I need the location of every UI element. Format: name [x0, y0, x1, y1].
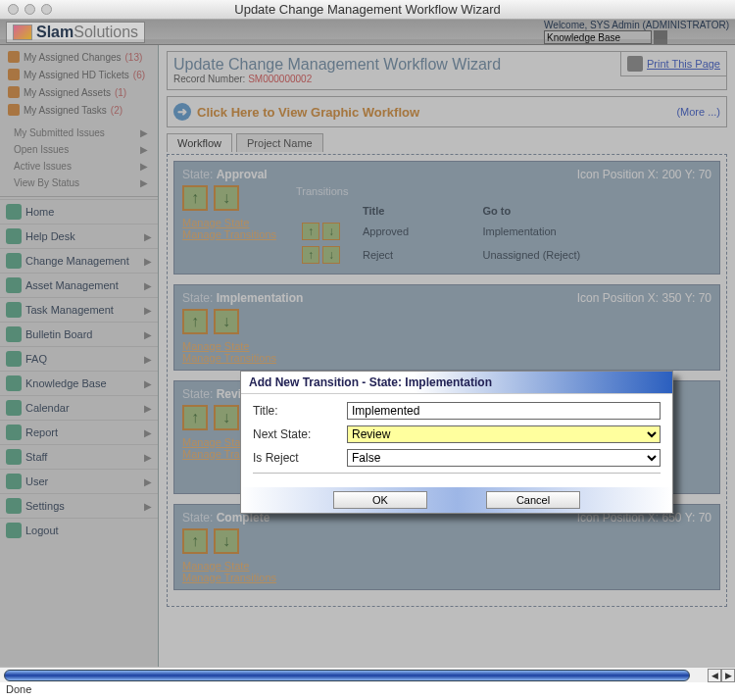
transition-goto: Unassigned (Reject)	[479, 244, 710, 266]
state-block: State: ApprovalIcon Position X: 200 Y: 7…	[173, 161, 720, 275]
folder-icon	[8, 51, 20, 63]
sidebar-item-label: Task Management	[25, 304, 114, 316]
state-down-button[interactable]: ↓	[214, 405, 239, 430]
sidebar-nav-item[interactable]: User▶	[0, 469, 158, 493]
sidebar-item-label: My Assigned Changes	[24, 52, 122, 63]
state-block: State: CompleteIcon Position X: 650 Y: 7…	[173, 504, 720, 590]
title-input[interactable]	[347, 402, 661, 420]
sidebar-nav-item[interactable]: FAQ▶	[0, 346, 158, 371]
state-down-button[interactable]: ↓	[214, 528, 239, 554]
nav-icon	[6, 375, 22, 391]
sidebar-assigned-item[interactable]: My Assigned Assets(1)	[4, 83, 154, 101]
sidebar-nav-item[interactable]: Change Management▶	[0, 248, 158, 273]
next-state-select[interactable]: Review	[347, 425, 661, 443]
sidebar-nav-item[interactable]: Logout	[0, 518, 158, 542]
nav-icon	[6, 204, 22, 220]
chevron-right-icon: ▶	[140, 127, 148, 138]
sidebar-nav-item[interactable]: Settings▶	[0, 493, 158, 518]
folder-icon	[8, 86, 20, 98]
manage-state-link[interactable]: Manage State	[182, 340, 276, 352]
sidebar-nav-item[interactable]: Staff▶	[0, 444, 158, 469]
sidebar-nav-item[interactable]: Bulletin Board▶	[0, 322, 158, 346]
nav-icon	[6, 302, 22, 318]
state-up-button[interactable]: ↑	[182, 185, 208, 211]
graphic-workflow-row: ➜ Click Here to View Graphic Workflow (M…	[167, 96, 727, 127]
sidebar-item-count: (13)	[125, 52, 143, 63]
scroll-left-button[interactable]: ◀	[708, 669, 721, 682]
more-link[interactable]: (More ...)	[676, 106, 720, 118]
chevron-right-icon: ▶	[140, 161, 148, 172]
sidebar-nav-item[interactable]: Report▶	[0, 420, 158, 444]
icon-position: Icon Position X: 350 Y: 70	[577, 291, 711, 305]
nav-icon	[6, 425, 22, 440]
manage-state-link[interactable]: Manage State	[182, 560, 276, 572]
status-bar: Done	[0, 682, 735, 698]
tab-workflow[interactable]: Workflow	[167, 133, 232, 152]
cancel-button[interactable]: Cancel	[486, 491, 580, 509]
sidebar-quick-link[interactable]: Active Issues▶	[4, 158, 154, 175]
brand-name: SlamSolutions	[36, 24, 138, 41]
move-up-icon[interactable]: ↑	[302, 246, 319, 264]
sidebar-item-count: (2)	[111, 105, 122, 116]
state-down-button[interactable]: ↓	[214, 309, 239, 334]
sidebar-nav-item[interactable]: Task Management▶	[0, 297, 158, 322]
transition-goto: Implementation	[479, 221, 710, 242]
brand-bar: SlamSolutions Welcome, SYS Admin (ADMINI…	[0, 20, 735, 45]
is-reject-select[interactable]: False	[347, 449, 661, 467]
state-up-button[interactable]: ↑	[182, 309, 208, 334]
manage-transitions-link[interactable]: Manage Transitions	[182, 572, 276, 583]
nav-icon	[6, 400, 22, 416]
chevron-right-icon: ▶	[144, 329, 152, 340]
sidebar-item-label: Staff	[25, 451, 47, 463]
sidebar-quick-link[interactable]: View By Status▶	[4, 175, 154, 191]
sidebar-item-label: Report	[25, 426, 58, 438]
sidebar-assigned-item[interactable]: My Assigned HD Tickets(6)	[4, 66, 154, 83]
chevron-right-icon: ▶	[144, 354, 152, 365]
state-up-button[interactable]: ↑	[182, 405, 208, 430]
search-icon[interactable]	[654, 30, 667, 44]
nav-icon	[6, 253, 22, 269]
sidebar-nav-item[interactable]: Help Desk▶	[0, 224, 158, 248]
sidebar-item-label: Logout	[25, 525, 59, 536]
dialog-title: Add New Transition - State: Implementati…	[241, 372, 672, 394]
sidebar-nav-item[interactable]: Home	[0, 199, 158, 224]
tabs: Workflow Project Name	[167, 133, 727, 152]
sidebar-item-label: Active Issues	[14, 161, 72, 172]
sidebar-item-label: My Assigned HD Tickets	[24, 70, 129, 80]
state-up-button[interactable]: ↑	[182, 528, 208, 554]
sidebar-quick-link[interactable]: Open Issues▶	[4, 141, 154, 158]
sidebar-item-label: View By Status	[14, 177, 79, 188]
chevron-right-icon: ▶	[144, 427, 152, 438]
sidebar-assigned-item[interactable]: My Assigned Tasks(2)	[4, 101, 154, 119]
sidebar-nav-item[interactable]: Asset Management▶	[0, 273, 158, 297]
ok-button[interactable]: OK	[333, 491, 427, 509]
logo-icon	[13, 25, 32, 40]
sidebar-item-label: Knowledge Base	[25, 377, 107, 389]
view-graphic-workflow-link[interactable]: Click Here to View Graphic Workflow	[197, 105, 419, 120]
sidebar-nav-item[interactable]: Calendar▶	[0, 395, 158, 420]
state-down-button[interactable]: ↓	[214, 185, 239, 211]
state-name: Implementation	[217, 291, 304, 305]
sidebar-quick-link[interactable]: My Submitted Issues▶	[4, 125, 154, 141]
sidebar-item-label: My Assigned Assets	[24, 87, 111, 98]
manage-transitions-link[interactable]: Manage Transitions	[182, 352, 276, 364]
kb-search-input[interactable]	[544, 30, 652, 44]
move-down-icon[interactable]: ↓	[322, 246, 340, 264]
chevron-right-icon: ▶	[144, 231, 152, 242]
sidebar-nav-item[interactable]: Knowledge Base▶	[0, 371, 158, 395]
move-down-icon[interactable]: ↓	[322, 223, 340, 240]
scrollbar-thumb[interactable]	[4, 670, 690, 681]
chevron-right-icon: ▶	[144, 256, 152, 267]
manage-transitions-link[interactable]: Manage Transitions	[182, 228, 276, 240]
welcome-area: Welcome, SYS Admin (ADMINISTRATOR)	[544, 20, 729, 44]
transition-row: ↑ ↓ApprovedImplementation	[298, 221, 710, 242]
scroll-right-button[interactable]: ▶	[721, 669, 735, 682]
tab-project-name[interactable]: Project Name	[236, 133, 323, 152]
move-up-icon[interactable]: ↑	[302, 223, 319, 240]
chevron-right-icon: ▶	[140, 144, 148, 155]
transitions-heading: Transitions	[296, 185, 711, 197]
transition-title: Reject	[359, 244, 477, 266]
horizontal-scrollbar[interactable]: ◀ ▶	[0, 667, 735, 682]
sidebar-assigned-item[interactable]: My Assigned Changes(13)	[4, 48, 154, 66]
manage-state-link[interactable]: Manage State	[182, 217, 276, 228]
